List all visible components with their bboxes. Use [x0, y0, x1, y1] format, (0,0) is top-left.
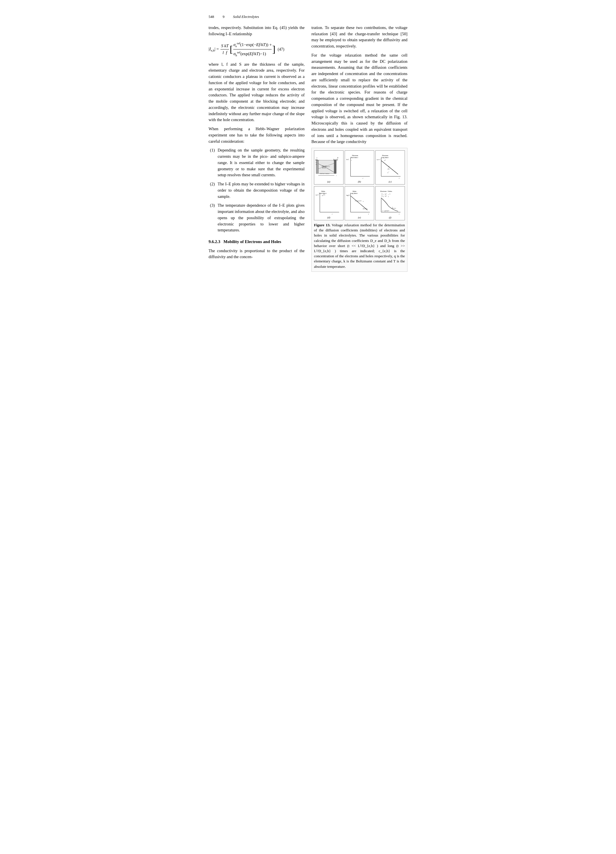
svg-text:|: |: [385, 159, 386, 160]
svg-text:II: II: [337, 157, 338, 159]
svg-text:t: t: [368, 213, 369, 215]
equation-47: |Ie,h| = S kT l f [ σeref(1−exp(−Ef/kT))…: [208, 41, 304, 57]
svg-text:D: D: [382, 193, 383, 195]
svg-text:τ: τ: [364, 207, 364, 209]
eq-fraction-1: S kT l f: [221, 43, 229, 56]
svg-text:eq: eq: [384, 160, 385, 161]
section-heading: 9.6.2.3 Mobility of Electrons and Holes: [208, 238, 304, 245]
eq-right-bracket: ]: [272, 45, 275, 54]
svg-text:Electrons: Electrons: [382, 155, 388, 156]
right-text-2: For the voltage relaxation method the sa…: [312, 52, 408, 145]
svg-text:π²D: π²D: [388, 168, 390, 170]
svg-text:Holes: Holes: [353, 191, 357, 192]
figure-label: Figure 13.: [314, 223, 330, 227]
svg-rect-5: [318, 160, 334, 174]
list-item-1: (1) Depending on the sample geometry, th…: [208, 147, 304, 178]
svg-line-34: [381, 161, 398, 174]
hebb-text: When performing a Hebb–Wagner polarizati…: [208, 126, 304, 145]
page-header: 548 9 Solid Electrolytes: [208, 14, 408, 20]
svg-text:e: e: [351, 160, 352, 161]
right-text-1: tration. To separate these two contribut…: [312, 25, 408, 49]
svg-text:—: —: [388, 166, 389, 168]
svg-text:•••: •••: [389, 193, 391, 195]
svg-text:exp(−E: exp(−E: [315, 194, 319, 195]
svg-text:qD: qD: [385, 195, 386, 197]
svg-text:Electrons: Electrons: [352, 155, 358, 156]
figure-13: I II Inert Electrode Solid Ionic Conduct…: [312, 148, 408, 272]
svg-text:c: c: [316, 163, 316, 165]
fig-label-f: (f): [389, 216, 391, 220]
svg-text:Holes: Holes: [321, 191, 325, 192]
section-title: Mobility of Electrons and Holes: [224, 239, 281, 244]
svg-text:t: t: [399, 177, 400, 179]
svg-text:0.1log n2 D: 0.1log n2 D: [355, 200, 361, 201]
list-num-2: (2): [208, 181, 215, 200]
svg-text:ln|E−E: ln|E−E: [377, 159, 380, 160]
figure-caption-text: Voltage relaxation method for the determ…: [314, 223, 405, 268]
list-section: (1) Depending on the sample geometry, th…: [208, 147, 304, 233]
svg-text:Electrode: Electrode: [333, 160, 338, 161]
svg-text:Long times t: Long times t: [381, 157, 389, 159]
list-text-2: The I–E plots may be extended to higher …: [218, 181, 304, 200]
svg-text:h: h: [383, 196, 383, 197]
svg-text:h: h: [388, 196, 389, 197]
figure-cell-e: Holes Long times t log E t: [345, 186, 374, 220]
svg-text:D: D: [382, 195, 383, 197]
svg-text:c: c: [316, 162, 316, 163]
svg-text:Short times t: Short times t: [351, 157, 358, 159]
svg-text:√: √: [362, 177, 363, 179]
svg-text:Short times t: Short times t: [319, 192, 327, 194]
list-item-3: (3) The temperature dependence of the I–…: [208, 203, 304, 233]
svg-text:e: e: [383, 194, 383, 195]
section-number: 9.6.2.3: [208, 239, 220, 244]
svg-text:ln C: ln C: [346, 159, 349, 160]
chapter-number: 9: [223, 14, 225, 20]
figure-cell-c: Electrons Long times t ln|E−E eq | t: [375, 150, 405, 185]
svg-rect-10: [335, 160, 336, 174]
svg-text:Electrons + Holes: Electrons + Holes: [380, 191, 392, 192]
fig-label-b: (b): [358, 180, 361, 184]
svg-text:Solid Ionic Conductor: Solid Ionic Conductor: [319, 173, 330, 174]
svg-text:t: t: [399, 213, 400, 215]
list-text-3: The temperature dependence of the I–E pl…: [218, 203, 304, 233]
section-intro-text: The conductivity is proportional to the …: [208, 248, 304, 261]
svg-text:=: =: [384, 193, 385, 195]
right-column: tration. To separate these two contribut…: [312, 25, 408, 272]
figure-caption: Figure 13. Voltage relaxation method for…: [314, 223, 405, 269]
list-text-1: Depending on the sample geometry, the re…: [218, 147, 304, 178]
svg-text:qD: qD: [385, 193, 386, 195]
fig-label-c: (c): [389, 180, 391, 184]
page: 548 9 Solid Electrolytes trodes, respect…: [197, 9, 419, 278]
figure-cell-a: I II Inert Electrode Solid Ionic Conduct…: [314, 150, 344, 185]
chapter-title: Solid Electrolytes: [233, 14, 259, 20]
figure-cell-f: Electrons + Holes D e = qD e ••• D h =: [375, 186, 405, 220]
eq-lhs: |Ie,h| =: [208, 46, 219, 53]
svg-text:√: √: [332, 213, 332, 215]
svg-text:x: x: [336, 175, 337, 176]
left-column: trodes, respectively. Substitution into …: [208, 25, 304, 272]
fig-label-d: (d): [327, 216, 330, 220]
list-num-1: (1): [208, 147, 215, 178]
svg-text:I: I: [316, 157, 317, 159]
svg-text:α = qql²nπkT: α = qql²nπkT: [382, 210, 389, 212]
list-item-2: (2) The I–E plots may be extended to hig…: [208, 181, 304, 200]
fig-label-a: (a): [327, 180, 330, 184]
fig-label-e: (e): [358, 216, 361, 220]
svg-text:bq: bq: [322, 195, 323, 196]
intro-text: trodes, respectively. Substitution into …: [208, 25, 304, 37]
svg-text:=: =: [384, 195, 385, 197]
eq-label-47: (47): [278, 46, 284, 52]
svg-text:/kT): /kT): [323, 194, 325, 195]
eq-matrix: σeref(1−exp(−Ef/kT)) + σhref(exp(Ef/kT)−…: [233, 41, 272, 57]
two-column-layout: trodes, respectively. Substitution into …: [208, 25, 408, 272]
figure-cell-d: Holes Short times t exp(−E bq /kT) √t: [314, 186, 344, 220]
svg-text:L²: L²: [388, 172, 389, 174]
page-number: 548: [208, 14, 214, 20]
svg-text:Long times t: Long times t: [350, 192, 358, 194]
figure-diagrams: I II Inert Electrode Solid Ionic Conduct…: [314, 150, 405, 220]
svg-text:e: e: [388, 194, 389, 195]
where-text: where l, f and S are the thickness of th…: [208, 61, 304, 124]
svg-text:h: h: [363, 201, 364, 202]
figure-cell-b: Electrons Short times t ln C e √t: [345, 150, 374, 185]
list-num-3: (3): [208, 203, 215, 233]
